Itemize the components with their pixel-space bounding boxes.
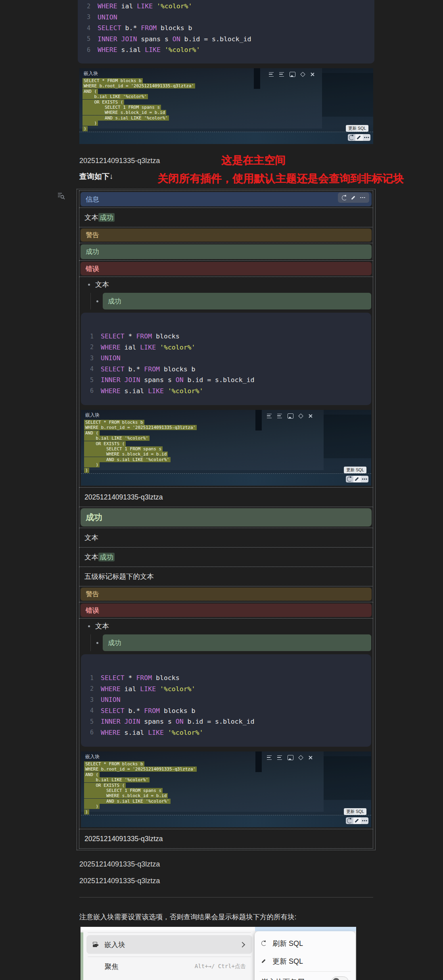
block-id-text[interactable]: 20251214091335-q3lztza [79, 860, 373, 869]
success-list-bar[interactable]: 成功 [103, 634, 371, 651]
code-line: 3UNION [86, 353, 371, 364]
result-callout-warning[interactable]: 警告 [79, 586, 373, 602]
result-callout-info[interactable]: 信息 [79, 190, 373, 208]
line-number: 3 [83, 13, 90, 21]
image-icon [288, 413, 293, 419]
line-number: 3 [86, 355, 94, 362]
wallpaper-silhouette [255, 410, 262, 430]
code-token: FROM [136, 674, 152, 682]
embed-hover-toolbar [346, 817, 368, 824]
result-callout-warning[interactable]: 警告 [79, 227, 373, 243]
list-add-icon [267, 755, 272, 760]
bullet-icon [88, 284, 90, 286]
bullet-icon [88, 625, 90, 627]
sql-line: WHERE s.block_id = b.id [84, 793, 197, 798]
result-block-id[interactable]: 20251214091335-q3lztza [79, 487, 373, 507]
update-sql-button: 更新 SQL [346, 125, 368, 132]
result-text-with-mark[interactable]: 文本成功 [79, 208, 373, 227]
list-item[interactable]: 文本 [81, 279, 371, 290]
callout-info-bar[interactable]: 信息 [81, 192, 372, 206]
line-number: 3 [86, 696, 94, 703]
code-token: LIKE [140, 685, 156, 693]
screenshot-green-strip [81, 932, 83, 980]
toolbar-cell [361, 476, 368, 482]
bottom-strip [81, 815, 371, 827]
sql-line: SELECT * FROM blocks b [82, 78, 195, 83]
code-token: b.* [121, 24, 141, 32]
result-text-with-mark[interactable]: 文本成功 [79, 547, 373, 567]
sql-code-block[interactable]: 2WHERE ial LIKE '%color%'3UNION4SELECT b… [78, 0, 374, 63]
toolbar-cell [348, 134, 355, 141]
code-token: LIKE [145, 46, 161, 54]
success-heading-bar[interactable]: 成功 [81, 508, 372, 527]
code-token: '%color%' [168, 387, 203, 395]
sql-line: b.ial LIKE '%color%' [84, 777, 197, 782]
bottom-strip [79, 132, 373, 144]
callout-error-bar[interactable]: 错误 [81, 262, 372, 275]
wallpaper-shade [322, 73, 373, 117]
list-item-label: 文本 [95, 621, 109, 631]
edit-icon[interactable] [351, 195, 356, 200]
note-paragraph[interactable]: 注意嵌入块需要设置该选项，否则查询结果会显示标题块下方的所有块: [79, 912, 373, 922]
result-callout-error[interactable]: 错误 [79, 602, 373, 619]
code-token: '%color%' [165, 46, 200, 54]
sql-line: WHERE b.root_id = '20251214091335-q3lztz… [84, 425, 197, 430]
sql-line: AND ( [82, 89, 195, 94]
close-icon [310, 72, 315, 77]
block-id-text: 20251214091335-q3lztza [81, 489, 372, 505]
code-token: ial [121, 344, 140, 351]
wallpaper-silhouette [254, 68, 260, 89]
result-list-group[interactable]: 文本 成功 1SELECT * FROM blocks2WHERE ial LI… [79, 277, 373, 488]
code-token: FROM [144, 707, 160, 715]
result-text[interactable]: 文本 [79, 528, 373, 548]
code-token: WHERE [101, 387, 121, 395]
code-token: blocks b [160, 707, 195, 715]
callout-success-bar[interactable]: 成功 [81, 244, 372, 259]
callout-warning-bar[interactable]: 警告 [81, 229, 372, 242]
embed-block-gutter-icon[interactable] [57, 192, 65, 200]
code-token: FROM [144, 365, 160, 373]
embed-hover-toolbar [338, 192, 369, 203]
list-icon [277, 414, 282, 418]
more-icon[interactable] [360, 197, 365, 198]
nested-list-item[interactable]: 成功 [90, 293, 371, 309]
code-token: INNER JOIN [98, 35, 137, 43]
callout-error-bar[interactable]: 错误 [81, 603, 372, 617]
sql-code-block[interactable]: 1SELECT * FROM blocks2WHERE ial LIKE '%c… [81, 654, 371, 747]
result-list-group[interactable]: 文本 成功 1SELECT * FROM blocks2WHERE ial LI… [79, 618, 373, 829]
line-number: 4 [86, 365, 94, 373]
image-icon [288, 755, 293, 760]
success-list-bar[interactable]: 成功 [103, 293, 371, 309]
editor-header-icons [267, 413, 313, 419]
sql-query-text: SELECT * FROM blocks bWHERE b.root_id = … [84, 420, 197, 473]
red-annotation-line1: 这是在主空间 [221, 153, 286, 167]
list-item[interactable]: 文本 [81, 620, 371, 632]
block-id-text[interactable]: 20251214091335-q3lztza [79, 876, 373, 885]
code-token [156, 685, 160, 693]
sql-line: b.ial LIKE '%color%' [84, 436, 197, 441]
sql-line: OR EXISTS ( [84, 441, 197, 446]
sql-line: AND s.ial LIKE '%color%' [84, 457, 197, 462]
result-heading-success[interactable]: 成功 [79, 507, 373, 528]
result-callout-error[interactable]: 错误 [79, 260, 373, 277]
line-number: 1 [86, 333, 94, 340]
result-callout-success[interactable]: 成功 [79, 243, 373, 261]
code-token: s.ial [117, 46, 145, 54]
code-token: spans s [140, 376, 175, 384]
screenshot-background [81, 927, 255, 930]
code-line: 6WHERE s.ial LIKE '%color%' [86, 386, 371, 397]
result-h5-text[interactable]: 五级标记标题下的文本 [79, 567, 373, 586]
editor-content-column: 2WHERE ial LIKE '%color%'3UNION4SELECT b… [79, 0, 373, 980]
bottom-strip [81, 474, 371, 486]
embed-sql-editor-screenshot: 嵌入块SELECT * FROM blocks bWHERE b.root_id… [81, 751, 371, 827]
callout-warning-bar[interactable]: 警告 [81, 588, 372, 601]
sql-code-block[interactable]: 1SELECT * FROM blocks2WHERE ial LIKE '%c… [81, 313, 371, 405]
submenu-item-embed-breadcrumb: 嵌入块面包屑 [255, 973, 355, 980]
menu-separator [88, 957, 251, 957]
nested-list-item[interactable]: 成功 [90, 634, 371, 651]
wallpaper-shade [324, 756, 371, 800]
edit-icon [261, 959, 267, 964]
result-block-id[interactable]: 20251214091335-q3lztza [79, 829, 373, 849]
refresh-icon[interactable] [342, 195, 347, 200]
code-token: LIKE [140, 344, 156, 351]
